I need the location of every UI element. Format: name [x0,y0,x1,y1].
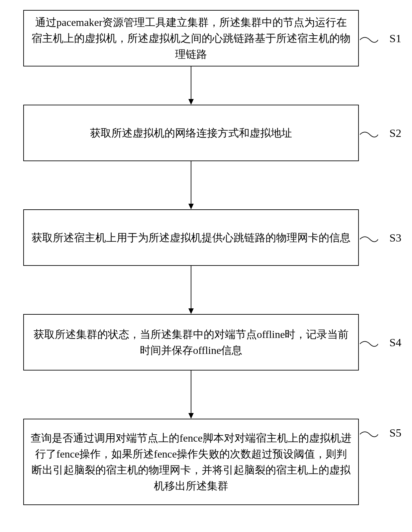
step-label: S4 [389,334,401,351]
step-text: 通过pacemaker资源管理工具建立集群，所述集群中的节点为运行在宿主机上的虚… [31,14,352,62]
label-connector [360,128,378,138]
step-label: S2 [389,125,401,142]
arrow-connector [23,66,359,105]
svg-marker-7 [188,413,194,419]
step-text: 获取所述虚拟机的网络连接方式和虚拟地址 [90,125,292,141]
label-connector [360,337,378,347]
label-connector [360,233,378,243]
flowchart-container: 通过pacemaker资源管理工具建立集群，所述集群中的节点为运行在宿主机上的虚… [23,10,359,505]
arrow-connector [23,266,359,314]
label-connector [360,33,378,43]
step-label: S3 [389,229,401,246]
step-box-s1: 通过pacemaker资源管理工具建立集群，所述集群中的节点为运行在宿主机上的虚… [23,10,359,66]
svg-marker-3 [188,204,194,209]
step-text: 查询是否通过调用对端节点上的fence脚本对对端宿主机上的虚拟机进行了fence… [31,430,352,494]
step-box-s3: 获取所述宿主机上用于为所述虚拟机提供心跳链路的物理网卡的信息 S3 [23,209,359,266]
svg-marker-5 [188,308,194,314]
step-box-s5: 查询是否通过调用对端节点上的fence脚本对对端宿主机上的虚拟机进行了fence… [23,419,359,505]
step-box-s4: 获取所述集群的状态，当所述集群中的对端节点offline时，记录当前时间并保存o… [23,314,359,371]
step-label: S5 [389,424,401,441]
label-connector [360,428,378,438]
step-text: 获取所述集群的状态，当所述集群中的对端节点offline时，记录当前时间并保存o… [31,326,352,358]
arrow-connector [23,161,359,209]
step-text: 获取所述宿主机上用于为所述虚拟机提供心跳链路的物理网卡的信息 [32,230,351,246]
svg-marker-1 [188,99,194,105]
step-label: S1 [389,30,401,47]
step-box-s2: 获取所述虚拟机的网络连接方式和虚拟地址 S2 [23,105,359,161]
arrow-connector [23,371,359,419]
